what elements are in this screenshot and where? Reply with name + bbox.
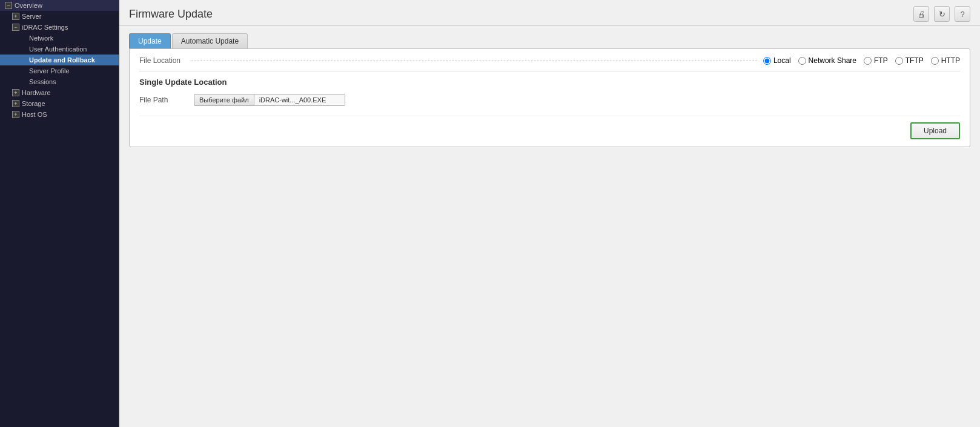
sidebar-item-idrac-settings[interactable]: −iDRAC Settings xyxy=(0,22,119,33)
sidebar-item-network[interactable]: Network xyxy=(0,33,119,44)
file-location-label: File Location xyxy=(139,56,180,65)
radio-http[interactable]: HTTP xyxy=(931,56,960,65)
tabs-bar: Update Automatic Update xyxy=(129,33,970,48)
sidebar-item-host-os[interactable]: +Host OS xyxy=(0,109,119,120)
sidebar-item-label: Update and Rollback xyxy=(29,56,95,64)
sidebar-item-label: Hardware xyxy=(22,89,51,96)
tab-update[interactable]: Update xyxy=(129,33,171,48)
file-path-label: File Path xyxy=(139,96,188,104)
sidebar: −Overview+Server−iDRAC SettingsNetworkUs… xyxy=(0,0,119,427)
sidebar-item-user-authentication[interactable]: User Authentication xyxy=(0,44,119,55)
upload-row: Upload xyxy=(139,116,960,139)
tab-automatic-update[interactable]: Automatic Update xyxy=(172,33,248,48)
sidebar-item-hardware[interactable]: +Hardware xyxy=(0,87,119,98)
file-input-container: Выберите файл iDRAC-wit..._A00.EXE xyxy=(194,94,345,106)
print-button[interactable]: 🖨 xyxy=(913,6,929,22)
refresh-button[interactable]: ↻ xyxy=(934,6,950,22)
radio-network-share-input[interactable] xyxy=(798,57,806,65)
expand-plus-icon[interactable]: + xyxy=(12,89,19,96)
choose-file-button[interactable]: Выберите файл xyxy=(194,94,254,106)
file-location-divider xyxy=(191,61,757,61)
section-title: Single Update Location xyxy=(139,78,960,87)
sidebar-item-label: Server xyxy=(22,13,41,20)
radio-ftp-label: FTP xyxy=(874,56,888,65)
sidebar-item-label: Overview xyxy=(15,2,42,9)
page-header: Firmware Update 🖨 ↻ ? xyxy=(119,0,980,26)
help-button[interactable]: ? xyxy=(955,6,970,22)
sidebar-item-label: iDRAC Settings xyxy=(22,24,68,31)
radio-group: Local Network Share FTP TFTP xyxy=(763,56,960,65)
sidebar-item-server[interactable]: +Server xyxy=(0,11,119,22)
radio-http-input[interactable] xyxy=(931,57,939,65)
expand-plus-icon[interactable]: + xyxy=(12,100,19,107)
radio-http-label: HTTP xyxy=(941,56,960,65)
sidebar-item-label: Sessions xyxy=(29,78,56,85)
expand-minus-icon[interactable]: − xyxy=(12,24,19,31)
sidebar-item-server-profile[interactable]: Server Profile xyxy=(0,65,119,76)
radio-ftp-input[interactable] xyxy=(864,57,872,65)
radio-tftp-label: TFTP xyxy=(906,56,924,65)
expand-plus-icon[interactable]: + xyxy=(12,111,19,118)
sidebar-item-label: Storage xyxy=(22,100,45,107)
sidebar-item-label: User Authentication xyxy=(29,45,87,53)
sidebar-item-label: Server Profile xyxy=(29,67,70,74)
radio-ftp[interactable]: FTP xyxy=(864,56,888,65)
expand-plus-icon[interactable]: + xyxy=(12,13,19,20)
content-area: Update Automatic Update File Location Lo… xyxy=(119,26,980,427)
update-panel: File Location Local Network Share FTP xyxy=(129,48,970,147)
page-title: Firmware Update xyxy=(129,8,213,21)
file-name-display: iDRAC-wit..._A00.EXE xyxy=(254,94,345,106)
main-content: Firmware Update 🖨 ↻ ? Update Automatic U… xyxy=(119,0,980,427)
expand-minus-icon[interactable]: − xyxy=(5,2,12,9)
upload-button[interactable]: Upload xyxy=(910,122,960,139)
sidebar-item-label: Network xyxy=(29,35,53,42)
sidebar-item-overview[interactable]: −Overview xyxy=(0,0,119,11)
radio-tftp[interactable]: TFTP xyxy=(895,56,924,65)
radio-network-share[interactable]: Network Share xyxy=(798,56,856,65)
sidebar-item-sessions[interactable]: Sessions xyxy=(0,76,119,87)
radio-local-input[interactable] xyxy=(763,57,771,65)
sidebar-item-storage[interactable]: +Storage xyxy=(0,98,119,109)
radio-local[interactable]: Local xyxy=(763,56,791,65)
sidebar-item-update-rollback[interactable]: Update and Rollback xyxy=(0,55,119,65)
radio-network-share-label: Network Share xyxy=(809,56,856,65)
file-location-row: File Location Local Network Share FTP xyxy=(139,56,960,71)
radio-tftp-input[interactable] xyxy=(895,57,903,65)
file-path-row: File Path Выберите файл iDRAC-wit..._A00… xyxy=(139,94,960,106)
header-icons: 🖨 ↻ ? xyxy=(913,6,970,22)
radio-local-label: Local xyxy=(773,56,791,65)
sidebar-item-label: Host OS xyxy=(22,111,47,118)
